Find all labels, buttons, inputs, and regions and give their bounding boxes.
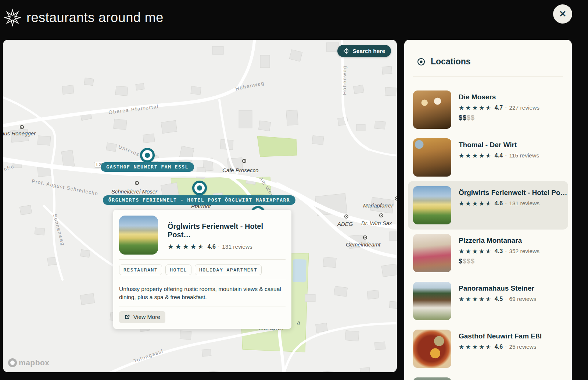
star-rating: ★★★★★★★★★★ <box>459 200 492 207</box>
external-link-icon <box>124 314 130 320</box>
location-name: Panoramahaus Steiner <box>459 284 536 292</box>
app-logo-icon <box>4 8 21 27</box>
crosshair-icon <box>343 48 349 54</box>
rating-value: 4.3 <box>495 248 503 255</box>
location-popup-card: Örglwirts Ferienwelt - Hotel Post… ★★★★★… <box>113 210 291 329</box>
rating-row: ★★★★★★★★★★4.4·115 reviews <box>459 152 539 159</box>
popup-stars: ★★★★★★★★★★ <box>168 243 205 251</box>
review-count: 352 reviews <box>509 248 539 255</box>
location-name: Pizzeria Montanara <box>459 237 539 245</box>
tag-badge: RESTAURANT <box>119 264 162 275</box>
location-thumbnail <box>413 234 451 272</box>
poi-label: ADEG <box>337 221 353 227</box>
review-count: 115 reviews <box>509 152 539 159</box>
rating-value: 4.5 <box>495 296 503 302</box>
location-list-item[interactable] <box>413 377 563 380</box>
popup-tags: RESTAURANT HOTEL HOLIDAY APARTMENT <box>119 264 286 275</box>
location-thumbnail <box>413 377 451 380</box>
mapbox-attribution[interactable]: mapbox <box>8 358 50 367</box>
rating-value: 4.4 <box>495 152 503 159</box>
popup-photo <box>119 216 158 255</box>
location-name: Gasthof Neuwirt Fam Eßl <box>459 332 542 340</box>
review-count: 25 reviews <box>509 344 536 350</box>
location-list-item[interactable]: Gasthof Neuwirt Fam Eßl★★★★★★★★★★4.6·25 … <box>413 330 563 368</box>
sidebar-title: Locations <box>431 57 471 67</box>
map-pin-orglwirts[interactable] <box>192 181 207 195</box>
street-label: Höhenweg <box>342 65 347 95</box>
poi-label: Haus Hönegger <box>3 130 36 136</box>
poi-label: Mariapfarrer <box>363 202 393 209</box>
rating-row: ★★★★★★★★★★4.3·352 reviews <box>459 248 539 255</box>
page-title: restaurants around me <box>26 10 164 25</box>
poi-dot-icon <box>395 196 397 200</box>
star-rating: ★★★★★★★★★★ <box>168 243 205 250</box>
price-level: $$$$ <box>459 258 539 265</box>
location-list-item[interactable]: Pizzeria Montanara★★★★★★★★★★4.3·352 revi… <box>413 234 563 272</box>
star-rating: ★★★★★★★★★★ <box>459 296 492 302</box>
location-thumbnail <box>413 282 451 320</box>
park-label: a <box>297 319 300 326</box>
popup-title: Örglwirts Ferienwelt - Hotel Post… <box>168 222 286 239</box>
divider <box>119 259 286 260</box>
map-canvas[interactable]: Oberes Pfarrertal Höhenweg Höhenweg Unte… <box>3 40 397 372</box>
poi-dot-icon <box>135 181 139 185</box>
review-count: 227 reviews <box>509 104 539 111</box>
location-list-item[interactable]: Panoramahaus Steiner★★★★★★★★★★4.5·69 rev… <box>413 282 563 320</box>
locations-header: Locations <box>404 40 572 67</box>
location-name: Die Mosers <box>459 93 539 101</box>
poi-dot-icon <box>242 159 246 163</box>
location-thumbnail <box>413 138 451 177</box>
close-button[interactable]: ✕ <box>553 4 572 24</box>
map-pin-label-gasthof[interactable]: GASTHOF NEUWIRT FAM ESSL <box>101 162 194 172</box>
rating-row: ★★★★★★★★★★4.6·25 reviews <box>459 344 542 350</box>
divider <box>119 306 286 306</box>
location-thumbnail <box>413 330 451 368</box>
location-name: Thomal - Der Wirt <box>459 141 539 149</box>
view-more-button[interactable]: View More <box>119 311 165 323</box>
popup-rating-row: ★★★★★★★★★★ 4.6 · 131 reviews <box>168 243 286 251</box>
star-rating: ★★★★★★★★★★ <box>459 105 492 111</box>
star-rating: ★★★★★★★★★★ <box>459 153 492 159</box>
rating-row: ★★★★★★★★★★4.6·131 reviews <box>459 200 567 207</box>
poi-label: Dr. Wim Sax <box>361 220 392 226</box>
poi-dot-icon <box>379 213 383 217</box>
map-pin-gasthof[interactable] <box>140 148 155 163</box>
location-list-item[interactable]: Thomal - Der Wirt★★★★★★★★★★4.4·115 revie… <box>413 138 563 177</box>
rating-value: 4.6 <box>495 344 503 350</box>
poi-label: Schneiderei Moser <box>111 188 157 195</box>
location-name: Örglwirts Ferienwelt - Hotel Po… <box>459 189 567 197</box>
mapbox-pin-icon <box>8 358 17 367</box>
rating-value: 4.6 <box>208 244 216 250</box>
rating-value: 4.7 <box>495 104 503 111</box>
poi-dot-icon <box>363 235 367 239</box>
review-count: 69 reviews <box>509 296 536 302</box>
star-rating: ★★★★★★★★★★ <box>459 248 492 255</box>
poi-label: Cafe Prosecco <box>222 167 258 173</box>
review-count: 131 reviews <box>509 200 539 207</box>
divider <box>119 280 286 280</box>
review-count: 131 reviews <box>222 244 252 250</box>
location-thumbnail <box>413 90 451 129</box>
target-icon <box>417 57 426 66</box>
location-list-item[interactable]: Die Mosers★★★★★★★★★★4.7·227 reviews$$$$ <box>413 90 563 129</box>
star-rating: ★★★★★★★★★★ <box>459 344 492 350</box>
tag-badge: HOTEL <box>165 264 191 275</box>
rating-row: ★★★★★★★★★★4.5·69 reviews <box>459 296 536 302</box>
tag-badge: HOLIDAY APARTMENT <box>195 264 262 275</box>
popup-description: Unfussy property offering rustic rooms, … <box>119 285 286 301</box>
locations-sidebar[interactable]: Locations Die Mosers★★★★★★★★★★4.7·227 re… <box>404 40 572 380</box>
search-here-button[interactable]: Search here <box>337 45 391 57</box>
poi-dot-icon <box>20 125 24 129</box>
rating-row: ★★★★★★★★★★4.7·227 reviews <box>459 104 539 111</box>
price-level: $$$$ <box>459 114 539 122</box>
rating-value: 4.6 <box>495 200 503 207</box>
top-bar: restaurants around me ✕ <box>0 0 588 35</box>
close-icon: ✕ <box>559 9 566 19</box>
locations-list[interactable]: Die Mosers★★★★★★★★★★4.7·227 reviews$$$$T… <box>404 77 572 380</box>
poi-dot-icon <box>344 214 348 219</box>
map-pin-label-orglwirts[interactable]: ÖRGLWIRTS FERIENWELT - HOTEL POST ÖRGLWI… <box>103 195 295 205</box>
poi-label: Gemeindeamt <box>346 241 380 248</box>
location-list-item[interactable]: Örglwirts Ferienwelt - Hotel Po…★★★★★★★★… <box>408 181 568 230</box>
location-thumbnail <box>413 186 451 224</box>
